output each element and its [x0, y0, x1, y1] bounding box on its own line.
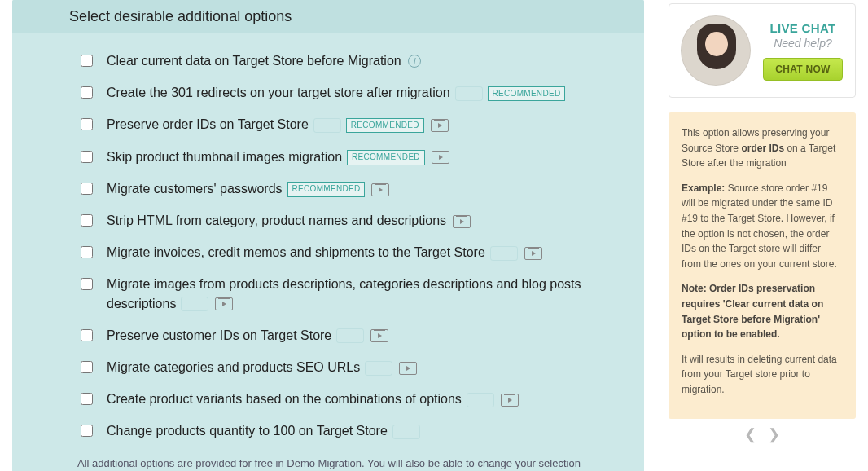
live-chat-info: LIVE CHAT Need help? CHAT NOW: [762, 21, 844, 81]
option-label-create-variants: Create product variants based on the com…: [107, 390, 519, 408]
option-label-migrate-passwords: Migrate customers' passwordsRECOMMENDED: [107, 179, 389, 198]
option-row-migrate-passwords: Migrate customers' passwordsRECOMMENDED: [77, 173, 612, 205]
options-list: Clear current data on Target Store befor…: [12, 33, 644, 451]
option-text: Skip product thumbnail images migration: [107, 150, 342, 164]
video-icon[interactable]: [371, 183, 389, 196]
tip-paragraph-2: Example: Source store order #19 will be …: [682, 181, 843, 272]
recommended-badge: RECOMMENDED: [488, 86, 566, 102]
tip-paragraph-3: Note: Order IDs preservation requires 'C…: [682, 281, 843, 341]
option-text: Create the 301 redirects on your target …: [107, 86, 450, 99]
option-checkbox-migrate-passwords[interactable]: [81, 183, 93, 195]
panel-footer-note: All additional options are provided for …: [12, 451, 644, 471]
tip-paragraph-4: It will results in deleting current data…: [682, 352, 843, 398]
option-label-migrate-seo-urls: Migrate categories and products SEO URLs: [107, 358, 417, 376]
option-checkbox-redirects-301[interactable]: [81, 86, 93, 99]
option-row-strip-html: Strip HTML from category, product names …: [77, 205, 612, 236]
option-row-skip-thumbnails: Skip product thumbnail images migrationR…: [77, 141, 612, 173]
recommended-badge: RECOMMENDED: [347, 150, 425, 165]
live-chat-title: LIVE CHAT: [762, 21, 844, 35]
video-icon[interactable]: [399, 362, 417, 375]
option-label-preserve-order-ids: Preserve order IDs on Target StoreRECOMM…: [107, 115, 449, 134]
option-label-qty-100: Change products quantity to 100 on Targe…: [107, 421, 420, 440]
tip-next-icon[interactable]: ❯: [765, 424, 783, 445]
option-checkbox-create-variants[interactable]: [81, 393, 93, 405]
option-text: Migrate customers' passwords: [107, 182, 283, 196]
video-icon[interactable]: [453, 215, 471, 228]
avatar: [681, 15, 751, 86]
option-text: Migrate categories and products SEO URLs: [107, 360, 360, 374]
option-label-skip-thumbnails: Skip product thumbnail images migrationR…: [107, 147, 449, 166]
option-row-migrate-invoices: Migrate invoices, credit memos and shipm…: [77, 236, 612, 268]
option-text: Strip HTML from category, product names …: [107, 213, 446, 227]
option-label-clear-data: Clear current data on Target Store befor…: [107, 51, 421, 70]
option-text: Change products quantity to 100 on Targe…: [107, 424, 388, 438]
option-checkbox-preserve-order-ids[interactable]: [81, 118, 93, 130]
option-row-create-variants: Create product variants based on the com…: [77, 383, 612, 415]
recommended-badge: RECOMMENDED: [287, 182, 366, 197]
option-text: Preserve order IDs on Target Store: [107, 117, 309, 131]
info-icon[interactable]: i: [408, 55, 421, 68]
option-checkbox-strip-html[interactable]: [81, 214, 93, 227]
hint-icon: [455, 86, 483, 101]
option-checkbox-migrate-images[interactable]: [81, 278, 93, 290]
option-text: Clear current data on Target Store befor…: [107, 54, 401, 68]
panel-title: Select desirable additional options: [12, 0, 644, 33]
option-label-strip-html: Strip HTML from category, product names …: [107, 211, 471, 230]
option-checkbox-qty-100[interactable]: [81, 425, 93, 437]
option-label-migrate-images: Migrate images from products description…: [107, 275, 612, 312]
option-text: Migrate invoices, credit memos and shipm…: [107, 245, 485, 259]
option-checkbox-skip-thumbnails[interactable]: [81, 151, 93, 163]
video-icon[interactable]: [524, 247, 542, 260]
hint-icon: [181, 297, 208, 311]
tip-nav: ❮ ❯: [669, 424, 856, 445]
chat-now-button[interactable]: CHAT NOW: [763, 58, 843, 81]
video-icon[interactable]: [501, 394, 519, 407]
option-checkbox-clear-data[interactable]: [81, 55, 93, 67]
option-label-migrate-invoices: Migrate invoices, credit memos and shipm…: [107, 243, 542, 262]
live-chat-card: LIVE CHAT Need help? CHAT NOW: [669, 3, 856, 98]
option-row-migrate-images: Migrate images from products description…: [77, 268, 612, 319]
tip-paragraph-1: This option allows preserving your Sourc…: [682, 125, 843, 171]
live-chat-subtitle: Need help?: [762, 37, 844, 50]
hint-icon: [392, 425, 420, 439]
hint-icon: [365, 361, 392, 376]
tip-prev-icon[interactable]: ❮: [741, 424, 760, 445]
option-row-clear-data: Clear current data on Target Store befor…: [77, 45, 612, 77]
hint-icon: [313, 118, 341, 133]
option-label-redirects-301: Create the 301 redirects on your target …: [107, 83, 565, 102]
option-checkbox-migrate-invoices[interactable]: [81, 246, 93, 258]
video-icon[interactable]: [215, 297, 233, 310]
tip-card: This option allows preserving your Sourc…: [669, 112, 856, 419]
video-icon[interactable]: [432, 151, 449, 164]
hint-icon: [336, 328, 364, 343]
option-checkbox-migrate-seo-urls[interactable]: [81, 361, 93, 373]
recommended-badge: RECOMMENDED: [346, 118, 424, 134]
additional-options-panel: Select desirable additional options Clea…: [12, 0, 644, 471]
option-row-migrate-seo-urls: Migrate categories and products SEO URLs: [77, 351, 612, 383]
option-text: Preserve customer IDs on Target Store: [107, 328, 331, 342]
option-checkbox-preserve-cust-ids[interactable]: [81, 329, 93, 341]
option-text: Migrate images from products description…: [107, 277, 581, 310]
option-row-preserve-cust-ids: Preserve customer IDs on Target Store: [77, 319, 612, 351]
option-row-preserve-order-ids: Preserve order IDs on Target StoreRECOMM…: [77, 108, 612, 140]
option-row-redirects-301: Create the 301 redirects on your target …: [77, 77, 612, 108]
hint-icon: [467, 393, 494, 407]
video-icon[interactable]: [431, 119, 449, 132]
hint-icon: [490, 246, 518, 261]
video-icon[interactable]: [370, 329, 388, 342]
option-label-preserve-cust-ids: Preserve customer IDs on Target Store: [107, 326, 388, 345]
option-row-qty-100: Change products quantity to 100 on Targe…: [77, 415, 612, 447]
option-text: Create product variants based on the com…: [107, 392, 462, 406]
